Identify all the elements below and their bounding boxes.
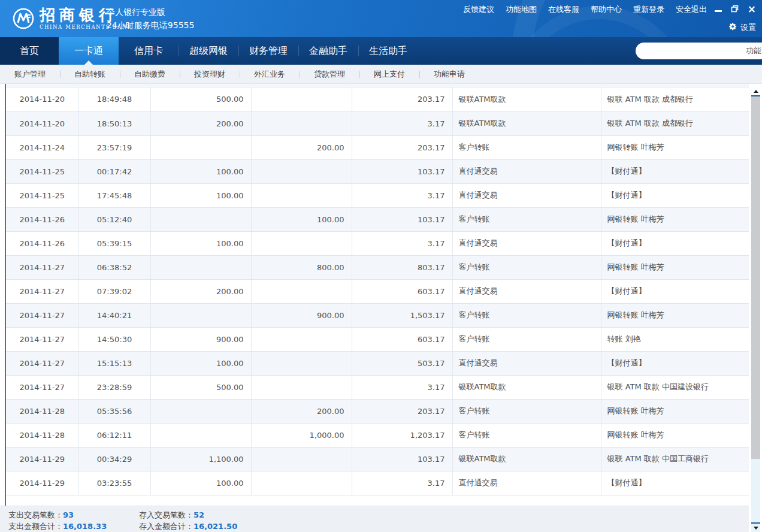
tab-financial-mgmt[interactable]: 财务管理: [238, 37, 298, 65]
cell-time: 06:38:52: [78, 255, 150, 279]
cell-time: 00:17:42: [78, 159, 150, 183]
cell-date: 2014-11-27: [6, 279, 78, 303]
cell-date: 2014-11-25: [6, 159, 78, 183]
cell-memo: 银联 ATM 取款 中国工商银行: [601, 447, 749, 471]
cell-time: 07:39:02: [78, 279, 150, 303]
tab-finance-assistant[interactable]: 金融助手: [298, 37, 358, 65]
cell-out: [150, 303, 251, 327]
search-field: 功能: [636, 43, 762, 59]
top-link[interactable]: 安全退出: [676, 4, 707, 15]
cell-type: 客户转账: [452, 399, 601, 423]
cell-in: 900.00: [251, 303, 352, 327]
tab-credit-card[interactable]: 信用卡: [119, 37, 179, 65]
table-row: 2014-11-2806:12:111,000.001,203.17客户转账网银…: [6, 423, 749, 447]
gear-icon: [728, 22, 737, 33]
tab-life-assistant[interactable]: 生活助手: [358, 37, 418, 65]
cell-date: 2014-11-28: [6, 423, 78, 447]
subnav-item-forex[interactable]: 外汇业务: [240, 69, 300, 80]
cell-memo: 银联 ATM 取款 成都银行: [601, 111, 749, 135]
cell-in: 200.00: [251, 135, 352, 159]
table-row: 2014-11-2605:12:40100.00103.17客户转账网银转账 叶…: [6, 207, 749, 231]
cell-out: 900.00: [150, 327, 251, 351]
cell-time: 14:40:21: [78, 303, 150, 327]
cell-memo: 【财付通】: [601, 471, 749, 495]
cell-date: 2014-11-27: [6, 375, 78, 399]
vertical-scrollbar: [751, 87, 760, 532]
cell-balance: 3.17: [352, 111, 452, 135]
cell-in: [251, 231, 352, 255]
in-count-label: 存入交易笔数：: [139, 510, 193, 519]
cell-out: [150, 423, 251, 447]
cell-out: [150, 399, 251, 423]
top-link[interactable]: 帮助中心: [591, 4, 622, 15]
top-link[interactable]: 功能地图: [506, 4, 537, 15]
cell-balance: 3.17: [352, 183, 452, 207]
table-row: 2014-11-2423:57:19200.00203.17客户转账网银转账 叶…: [6, 135, 749, 159]
out-count-value: 93: [63, 510, 74, 519]
edition-info: 个人银行专业版 24小时服务电话95555: [107, 5, 194, 32]
cell-date: 2014-11-26: [6, 231, 78, 255]
cell-type: 直付通交易: [452, 351, 601, 375]
cell-balance: 3.17: [352, 375, 452, 399]
cell-memo: 网银转账 叶梅芳: [601, 303, 749, 327]
cell-time: 03:23:55: [78, 471, 150, 495]
search-input[interactable]: [644, 47, 746, 56]
cell-balance: 3.17: [352, 471, 452, 495]
table-row: 2014-11-2707:39:02200.00603.17直付通交易【财付通】: [6, 279, 749, 303]
cell-memo: 网银转账 叶梅芳: [601, 207, 749, 231]
subnav-item-online-payment[interactable]: 网上支付: [359, 69, 419, 80]
out-count-item: 支出交易笔数：93: [8, 510, 74, 521]
subnav-item-investment[interactable]: 投资理财: [180, 69, 240, 80]
cell-out: 100.00: [150, 471, 251, 495]
scrollbar-thumb[interactable]: [751, 96, 760, 459]
cell-memo: 网银转账 叶梅芳: [601, 423, 749, 447]
subnav: 账户管理自助转账自助缴费投资理财外汇业务贷款管理网上支付功能申请: [0, 65, 762, 84]
cell-out: 200.00: [150, 279, 251, 303]
cell-type: 直付通交易: [452, 231, 601, 255]
out-total-value: 16,018.33: [63, 522, 107, 531]
close-icon[interactable]: ×: [748, 5, 756, 14]
top-links: 反馈建议功能地图在线客服帮助中心重新登录安全退出: [463, 4, 707, 15]
cell-in: [251, 471, 352, 495]
cell-type: 客户转账: [452, 135, 601, 159]
scrollbar-track[interactable]: [751, 459, 760, 522]
table-row: 2014-11-2903:23:55100.003.17直付通交易【财付通】: [6, 471, 749, 495]
top-link[interactable]: 在线客服: [548, 4, 579, 15]
cell-time: 17:45:48: [78, 183, 150, 207]
hotline-line: 24小时服务电话95555: [107, 19, 194, 32]
subnav-item-account-mgmt[interactable]: 账户管理: [0, 69, 60, 80]
scroll-up-button[interactable]: [751, 87, 760, 96]
minimize-icon[interactable]: [715, 10, 722, 12]
app-window: 招商银行 CHINA MERCHANTS BANK 个人银行专业版 24小时服务…: [0, 0, 762, 532]
subnav-item-self-transfer[interactable]: 自助转账: [60, 69, 120, 80]
cell-type: 客户转账: [452, 327, 601, 351]
cell-memo: 【财付通】: [601, 183, 749, 207]
subnav-item-function-apply[interactable]: 功能申请: [419, 69, 479, 80]
top-link[interactable]: 重新登录: [633, 4, 664, 15]
cell-memo: 银联 ATM 取款 成都银行: [601, 87, 749, 111]
search-category-dropdown[interactable]: 功能: [746, 46, 762, 56]
cell-date: 2014-11-27: [6, 255, 78, 279]
in-total-item: 存入金额合计：16,021.50: [139, 521, 237, 532]
cell-balance: 603.17: [352, 279, 452, 303]
cell-balance: 503.17: [352, 351, 452, 375]
cell-out: 100.00: [150, 183, 251, 207]
top-link[interactable]: 反馈建议: [463, 4, 494, 15]
cell-time: 18:50:13: [78, 111, 150, 135]
restore-icon[interactable]: [731, 4, 739, 15]
cell-balance: 1,203.17: [352, 423, 452, 447]
cell-time: 05:39:15: [78, 231, 150, 255]
cell-time: 18:49:48: [78, 87, 150, 111]
in-count-item: 存入交易笔数：52: [139, 510, 204, 521]
settings-button[interactable]: 设置: [728, 22, 756, 33]
scroll-down-button[interactable]: [751, 522, 760, 532]
cell-time: 14:50:30: [78, 327, 150, 351]
subnav-item-loan-mgmt[interactable]: 贷款管理: [300, 69, 359, 80]
subnav-item-self-payment[interactable]: 自助缴费: [120, 69, 180, 80]
cell-type: 直付通交易: [452, 183, 601, 207]
tab-all-in-one-card[interactable]: 一卡通: [59, 37, 119, 65]
tab-super-ebank[interactable]: 超级网银: [179, 37, 238, 65]
tab-home[interactable]: 首页: [0, 37, 59, 65]
cell-type: 客户转账: [452, 207, 601, 231]
cell-memo: 转账 刘艳: [601, 327, 749, 351]
